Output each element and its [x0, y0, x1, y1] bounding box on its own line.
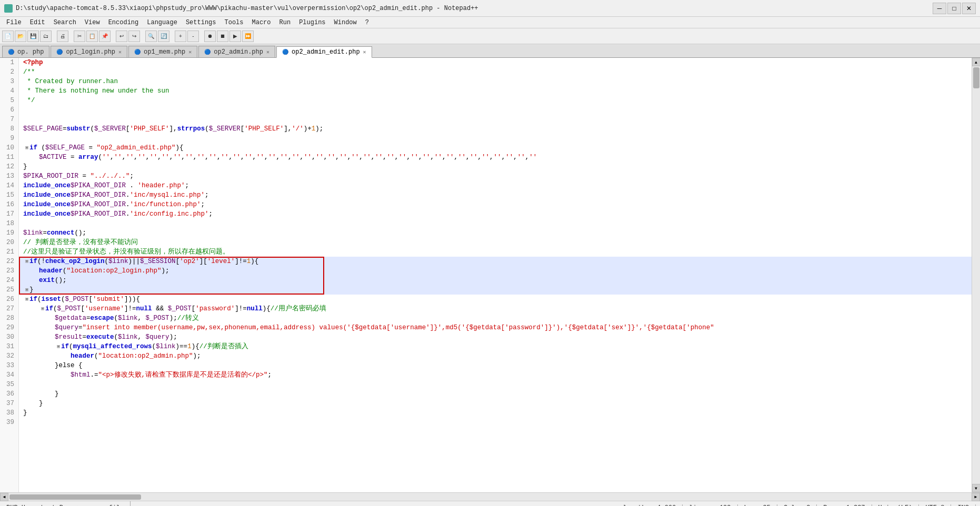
- code-line-19[interactable]: $link=connect();: [19, 228, 972, 238]
- tab-op-php[interactable]: 🔵 op. php: [2, 46, 49, 57]
- tab-op2-admin[interactable]: 🔵 op2_admin.php ✕: [198, 46, 275, 57]
- menu-language[interactable]: Language: [143, 18, 182, 27]
- tb-cut[interactable]: ✂: [74, 31, 85, 42]
- vertical-scrollbar[interactable]: ▲ ▼: [972, 58, 980, 492]
- close-button[interactable]: ✕: [962, 3, 976, 14]
- code-line-34[interactable]: $html.="<p>修改失败,请检查下数据库是不是还是活着的</p>";: [19, 370, 972, 380]
- tb-macro-stop[interactable]: ⏹: [217, 31, 228, 42]
- code-line-1[interactable]: <?php: [19, 58, 972, 67]
- code-line-7[interactable]: [19, 115, 972, 124]
- status-bar: PHP Hypertext Preprocessor file length :…: [0, 501, 980, 506]
- tb-print[interactable]: 🖨: [57, 31, 68, 42]
- code-content[interactable]: <?php/** * Created by runner.han * There…: [19, 58, 972, 492]
- tb-new[interactable]: 📄: [2, 31, 14, 42]
- scroll-up-arrow[interactable]: ▲: [972, 58, 981, 66]
- code-line-37[interactable]: }: [19, 399, 972, 408]
- scroll-track[interactable]: [972, 66, 980, 484]
- code-line-24[interactable]: exit();: [19, 276, 972, 285]
- tb-zoom-in[interactable]: +: [175, 31, 186, 42]
- code-line-13[interactable]: $PIKA_ROOT_DIR = "../../..";: [19, 171, 972, 181]
- tab-op2-admin-edit[interactable]: 🔵 op2_admin_edit.php ✕: [276, 46, 372, 58]
- code-editor[interactable]: 1234567891011121314151617181920212223242…: [0, 58, 980, 492]
- code-line-18[interactable]: [19, 219, 972, 228]
- tb-undo[interactable]: ↩: [116, 31, 127, 42]
- code-line-9[interactable]: [19, 134, 972, 143]
- code-line-23[interactable]: header("location:op2_login.php");: [19, 266, 972, 276]
- code-line-32[interactable]: header("location:op2_admin.php");: [19, 351, 972, 361]
- tab-op1-login-close[interactable]: ✕: [118, 49, 122, 55]
- tb-macro-play[interactable]: ▶: [229, 31, 241, 42]
- code-line-22[interactable]: ▣if(!check_op2_login($link)||$_SESSION['…: [19, 257, 972, 266]
- tb-macro-rec[interactable]: ⏺: [204, 31, 216, 42]
- menu-file[interactable]: File: [2, 18, 26, 27]
- code-line-29[interactable]: $query="insert into member(username,pw,s…: [19, 323, 972, 332]
- code-line-39[interactable]: [19, 418, 972, 427]
- tb-zoom-out[interactable]: -: [187, 31, 199, 42]
- tb-copy[interactable]: 📋: [86, 31, 98, 42]
- hscroll-track[interactable]: [8, 493, 972, 501]
- code-line-31[interactable]: ▣if(mysqli_affected_rows($link)==1){//判断…: [19, 342, 972, 351]
- menu-settings[interactable]: Settings: [182, 18, 221, 27]
- code-line-3[interactable]: * Created by runner.han: [19, 77, 972, 86]
- menu-search[interactable]: Search: [49, 18, 81, 27]
- tb-open[interactable]: 📂: [15, 31, 26, 42]
- line-num-20: 20: [4, 238, 14, 247]
- code-line-12[interactable]: }: [19, 162, 972, 171]
- menu-tools[interactable]: Tools: [220, 18, 247, 27]
- code-line-5[interactable]: */: [19, 96, 972, 105]
- tab-op2-admin-edit-close[interactable]: ✕: [363, 49, 366, 55]
- code-line-8[interactable]: $SELF_PAGE = substr($_SERVER['PHP_SELF']…: [19, 124, 972, 134]
- code-line-28[interactable]: $getdata=escape($link, $_POST);//转义: [19, 313, 972, 323]
- line-num-15: 15: [4, 190, 14, 200]
- menu-encoding[interactable]: Encoding: [104, 18, 143, 27]
- code-line-15[interactable]: include_once $PIKA_ROOT_DIR.'inc/mysql.i…: [19, 190, 972, 200]
- menu-plugins[interactable]: Plugins: [295, 18, 329, 27]
- menu-window[interactable]: Window: [330, 18, 361, 27]
- code-line-26[interactable]: ▣if(isset($_POST['submit'])){: [19, 295, 972, 304]
- hscroll-thumb[interactable]: [9, 494, 141, 500]
- tab-op1-login[interactable]: 🔵 op1_login.php ✕: [51, 46, 127, 57]
- tb-paste[interactable]: 📌: [99, 31, 111, 42]
- tab-op2-admin-close[interactable]: ✕: [266, 49, 269, 55]
- tb-save-all[interactable]: 🗂: [40, 31, 52, 42]
- code-line-14[interactable]: include_once $PIKA_ROOT_DIR . 'header.ph…: [19, 181, 972, 190]
- menu-macro[interactable]: Macro: [248, 18, 275, 27]
- tb-macro-run[interactable]: ⏩: [242, 31, 254, 42]
- code-line-30[interactable]: $result=execute($link, $query);: [19, 332, 972, 342]
- line-num-19: 19: [4, 228, 14, 238]
- tab-op1-mem[interactable]: 🔵 op1_mem.php ✕: [128, 46, 197, 57]
- menu-run[interactable]: Run: [275, 18, 295, 27]
- maximize-button[interactable]: □: [947, 3, 961, 14]
- scroll-down-arrow[interactable]: ▼: [972, 484, 981, 492]
- tb-replace[interactable]: 🔄: [158, 31, 169, 42]
- code-line-16[interactable]: include_once $PIKA_ROOT_DIR.'inc/functio…: [19, 200, 972, 209]
- code-line-35[interactable]: [19, 380, 972, 389]
- code-line-4[interactable]: * There is nothing new under the sun: [19, 86, 972, 96]
- code-line-36[interactable]: }: [19, 389, 972, 399]
- code-line-10[interactable]: ▣if ($SELF_PAGE = "op2_admin_edit.php"){: [19, 143, 972, 153]
- code-line-33[interactable]: }else {: [19, 361, 972, 370]
- minimize-button[interactable]: ─: [933, 3, 946, 14]
- code-line-17[interactable]: include_once $PIKA_ROOT_DIR.'inc/config.…: [19, 209, 972, 219]
- menu-view[interactable]: View: [81, 18, 104, 27]
- scroll-thumb[interactable]: [973, 67, 979, 88]
- code-line-20[interactable]: // 判断是否登录，没有登录不能访问: [19, 238, 972, 247]
- horizontal-scrollbar[interactable]: ◀ ▶: [0, 492, 980, 501]
- tb-save[interactable]: 💾: [27, 31, 39, 42]
- menu-edit[interactable]: Edit: [26, 18, 49, 27]
- code-line-25[interactable]: ▣}: [19, 285, 972, 295]
- code-line-21[interactable]: //这里只是验证了登录状态，并没有验证级别，所以存在越权问题。: [19, 247, 972, 257]
- code-line-11[interactable]: $ACTIVE = array('','','','','','','','',…: [19, 153, 972, 162]
- tb-find[interactable]: 🔍: [145, 31, 157, 42]
- tab-op2-admin-label: op2_admin.php: [214, 48, 263, 56]
- code-line-6[interactable]: [19, 105, 972, 115]
- title-controls[interactable]: ─ □ ✕: [933, 3, 976, 14]
- tb-redo[interactable]: ↪: [128, 31, 140, 42]
- code-line-27[interactable]: ▣if($_POST['username']!=null && $_POST['…: [19, 304, 972, 313]
- menu-help[interactable]: ?: [361, 18, 373, 27]
- hscroll-right-arrow[interactable]: ▶: [972, 493, 980, 501]
- code-line-38[interactable]: }: [19, 408, 972, 418]
- hscroll-left-arrow[interactable]: ◀: [0, 493, 8, 501]
- tab-op1-mem-close[interactable]: ✕: [188, 49, 192, 55]
- code-line-2[interactable]: /**: [19, 67, 972, 77]
